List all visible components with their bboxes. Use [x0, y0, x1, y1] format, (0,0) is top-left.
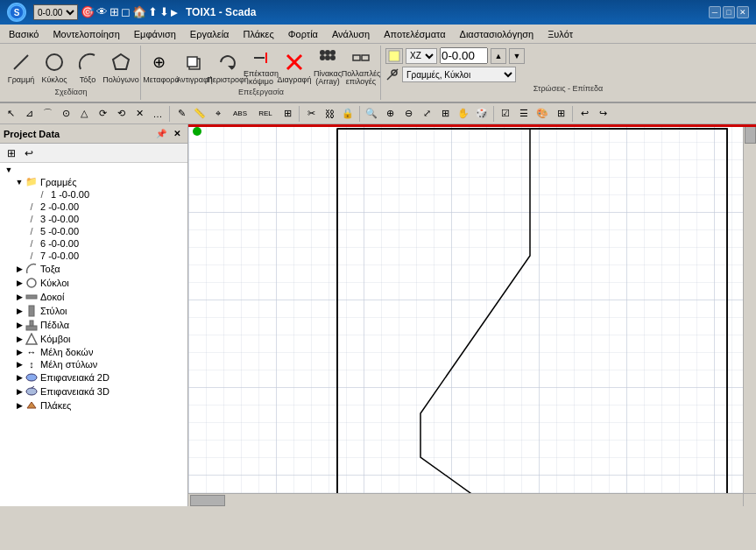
- vertical-scrollbar[interactable]: [743, 124, 756, 493]
- copy-tool[interactable]: Αντιγραφή: [179, 47, 210, 86]
- move-tool[interactable]: ⊕ Μεταφορά: [145, 47, 177, 86]
- menu-basic[interactable]: Βασικό: [2, 27, 46, 41]
- tree-epif2d[interactable]: ▶ Επιφανειακά 2D: [0, 370, 187, 384]
- circle-tool[interactable]: Κύκλος: [39, 47, 70, 86]
- tb2-snap4[interactable]: △: [75, 105, 93, 123]
- sidebar-tool-back[interactable]: ↩: [21, 145, 37, 161]
- tb2-layers[interactable]: ☰: [515, 105, 533, 123]
- tb2-check[interactable]: ☑: [497, 105, 514, 123]
- rotate-icon: [215, 50, 240, 74]
- tree-komboi[interactable]: ▶ Κόμβοι: [0, 332, 187, 346]
- menu-analysis[interactable]: Ανάλυση: [325, 27, 377, 41]
- tree-dokoi[interactable]: ▶ Δοκοί: [0, 290, 187, 304]
- nav-icon3[interactable]: ⊞: [110, 5, 119, 19]
- tree-meli-stylov[interactable]: ▶ ↕ Μέλη στύλων: [0, 358, 187, 370]
- tb2-lock[interactable]: 🔒: [339, 105, 357, 123]
- tree-line1[interactable]: / 1 -0-0.00: [0, 188, 187, 201]
- view-axis-select[interactable]: XZXYYZ: [406, 48, 437, 64]
- rotate-tool[interactable]: Περιστροφή: [212, 47, 244, 86]
- minimize-button[interactable]: ─: [709, 6, 721, 18]
- menu-tools[interactable]: Εργαλεία: [183, 27, 237, 41]
- tb2-3d[interactable]: 🎲: [473, 105, 491, 123]
- layer-select[interactable]: Γραμμές, Κύκλοι Στρώση 1: [402, 67, 516, 82]
- tb2-snap6[interactable]: ⟲: [112, 105, 130, 123]
- tree-pedia[interactable]: ▶ Πέδιλα: [0, 318, 187, 332]
- tb2-ruler[interactable]: 📏: [191, 105, 208, 123]
- tree-styloi[interactable]: ▶ Στύλοι: [0, 304, 187, 318]
- tb2-pencil[interactable]: ✎: [173, 105, 190, 123]
- sidebar-tool-grid[interactable]: ⊞: [4, 145, 19, 161]
- array-tool[interactable]: Πίνακας (Array): [312, 47, 343, 86]
- maximize-button[interactable]: □: [723, 6, 735, 18]
- arc-tool[interactable]: Τόξο: [72, 47, 103, 86]
- sidebar-close-btn[interactable]: ✕: [170, 127, 184, 141]
- menu-view[interactable]: Εμφάνιση: [127, 27, 183, 41]
- tb2-zoom1[interactable]: ⊕: [381, 105, 399, 123]
- hscroll-thumb[interactable]: [190, 495, 225, 506]
- tb2-pan[interactable]: ✋: [455, 105, 472, 123]
- tb2-dots[interactable]: …: [149, 105, 166, 123]
- tb2-undo[interactable]: ↩: [576, 105, 593, 123]
- menu-results[interactable]: Αποτελέσματα: [377, 27, 452, 41]
- tb2-chain[interactable]: ⛓: [321, 105, 338, 123]
- tree-grammes[interactable]: ▼ 📁 Γραμμές: [0, 175, 187, 188]
- view-down-btn[interactable]: ▼: [509, 48, 525, 64]
- menu-dimension[interactable]: Διαστασιολόγηση: [453, 27, 541, 41]
- tree-epif3d[interactable]: ▶ Επιφανειακά 3D: [0, 384, 187, 398]
- tb2-x[interactable]: ✕: [131, 105, 148, 123]
- nav-icon2[interactable]: 👁: [96, 5, 108, 19]
- tb2-scissor[interactable]: ✂: [302, 105, 320, 123]
- tb2-redo[interactable]: ↪: [594, 105, 611, 123]
- tb2-snap7[interactable]: ⌖: [209, 105, 227, 123]
- tree-line2[interactable]: / 2 -0-0.00: [0, 201, 187, 213]
- tb2-search[interactable]: 🔍: [363, 105, 380, 123]
- nav-icon1[interactable]: 🎯: [81, 5, 95, 19]
- view-up-btn[interactable]: ▲: [491, 48, 506, 64]
- tb2-arrow[interactable]: ↖: [2, 105, 19, 123]
- menu-wood[interactable]: Ξυλότ: [541, 27, 580, 41]
- tb2-snap2[interactable]: ⌒: [39, 105, 56, 123]
- tree-line5[interactable]: / 5 -0-0.00: [0, 225, 187, 237]
- horizontal-scrollbar[interactable]: [188, 493, 743, 506]
- tree-meli-dokon[interactable]: ▶ ↔ Μέλη δοκών: [0, 346, 187, 358]
- multi-tool[interactable]: Πολλαπλές επιλογές: [345, 47, 377, 86]
- tb2-snap3[interactable]: ⊙: [57, 105, 74, 123]
- menu-modeling[interactable]: Μοντελοποίηση: [46, 27, 126, 41]
- nav-icon5[interactable]: 🏠: [132, 5, 146, 19]
- tb2-snap1[interactable]: ⊿: [20, 105, 38, 123]
- polygon-tool[interactable]: Πολύγωνο: [105, 47, 137, 86]
- menu-loads[interactable]: Φορτία: [281, 27, 325, 41]
- close-button[interactable]: ✕: [737, 6, 749, 18]
- nav-icon6[interactable]: ⬆: [148, 5, 158, 19]
- line-tool[interactable]: Γραμμή: [5, 47, 37, 86]
- tree-plakes[interactable]: ▶ Πλάκες: [0, 398, 187, 412]
- tree-toxa[interactable]: ▶ Τοξα: [0, 262, 187, 276]
- tb2-zoom2[interactable]: ⊖: [399, 105, 417, 123]
- polygon-icon: [109, 50, 133, 74]
- tb2-snap5[interactable]: ⟳: [94, 105, 111, 123]
- coord-dropdown[interactable]: 0-0.00: [33, 4, 78, 20]
- view-offset-input[interactable]: [440, 47, 488, 64]
- tb2-grid2[interactable]: ⊞: [552, 105, 569, 123]
- sidebar-pin-btn[interactable]: 📌: [154, 127, 168, 141]
- tb2-grid[interactable]: ⊞: [279, 105, 296, 123]
- tb2-zoomall[interactable]: ⤢: [418, 105, 435, 123]
- tree-line3[interactable]: / 3 -0-0.00: [0, 213, 187, 225]
- nav-icon4[interactable]: ◻: [121, 5, 131, 19]
- tb2-rel[interactable]: REL: [253, 105, 278, 123]
- delete-tool[interactable]: Διαγραφή: [279, 47, 310, 86]
- nav-icon8[interactable]: ▸: [171, 5, 177, 19]
- menu-slabs[interactable]: Πλάκες: [236, 27, 280, 41]
- tree-line7[interactable]: / 7 -0-0.00: [0, 250, 187, 262]
- tree-root[interactable]: ▼: [0, 165, 187, 175]
- layer-icon: [385, 67, 399, 81]
- tree-line6[interactable]: / 6 -0-0.00: [0, 237, 187, 250]
- extend-tool[interactable]: Επέκταση κόψιμο: [245, 47, 277, 86]
- tb2-color[interactable]: 🎨: [533, 105, 551, 123]
- tree-kykloi[interactable]: ▶ Κύκλοι: [0, 276, 187, 290]
- vscroll-thumb[interactable]: [745, 126, 756, 144]
- canvas-area[interactable]: [188, 124, 756, 506]
- tb2-zoomin[interactable]: ⊞: [436, 105, 454, 123]
- tb2-abs[interactable]: ABS: [228, 105, 252, 123]
- nav-icon7[interactable]: ⬇: [159, 5, 169, 19]
